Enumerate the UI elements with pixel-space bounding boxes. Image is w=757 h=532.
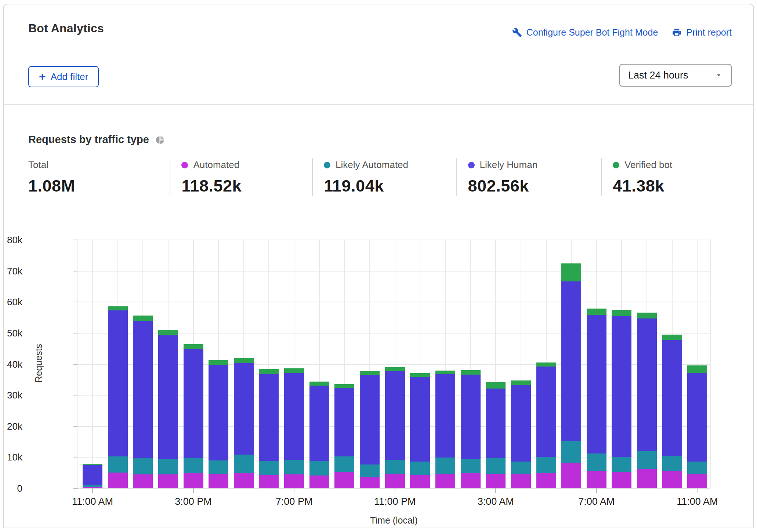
bar-segment-likely-automated [259, 461, 279, 475]
bar-segment-verified-bot [158, 330, 178, 335]
bar-segment-automated [334, 472, 354, 488]
bar-segment-likely-automated [662, 456, 682, 471]
bar-segment-automated [234, 473, 254, 488]
x-axis-tick [495, 488, 496, 493]
bar-segment-likely-automated [234, 455, 254, 474]
header-link-configure-sbfm[interactable]: Configure Super Bot Fight Mode [512, 27, 658, 38]
plus-icon: + [39, 70, 46, 82]
bar-column[interactable] [662, 335, 682, 488]
bar-segment-likely-automated [486, 458, 506, 474]
legend-dot [181, 162, 188, 168]
stat-likely-human: Likely Human802.56k [456, 158, 601, 196]
bar-segment-likely-automated [587, 453, 606, 471]
bar-column[interactable] [587, 309, 606, 488]
bar-segment-likely-automated [435, 458, 455, 474]
bar-segment-likely-human [662, 340, 682, 456]
traffic-type-stats: Total1.08MAutomated118.52kLikely Automat… [28, 158, 732, 196]
card-header: Bot Analytics Configure Super Bot Fight … [4, 4, 753, 105]
bar-segment-likely-automated [410, 462, 430, 475]
bar-segment-automated [184, 473, 203, 488]
bar-segment-automated [385, 474, 405, 488]
bar-segment-likely-automated [108, 456, 128, 473]
bar-column[interactable] [259, 369, 279, 488]
bar-segment-automated [587, 471, 606, 488]
y-axis-tick-label: 60k [0, 296, 22, 308]
bar-segment-automated [209, 474, 228, 488]
bar-segment-likely-automated [612, 457, 631, 472]
bar-column[interactable] [536, 362, 556, 488]
bar-column[interactable] [435, 371, 455, 488]
bar-column[interactable] [612, 310, 631, 488]
bar-segment-likely-human [234, 363, 254, 455]
bar-segment-likely-automated [511, 462, 531, 474]
bar-column[interactable] [209, 360, 228, 489]
bar-column[interactable] [83, 464, 102, 488]
add-filter-label: Add filter [51, 71, 88, 83]
bar-column[interactable] [385, 367, 405, 488]
add-filter-button[interactable]: + Add filter [28, 66, 99, 87]
bar-column[interactable] [234, 358, 254, 488]
bar-segment-verified-bot [108, 306, 128, 310]
printer-icon [672, 28, 682, 37]
bar-segment-likely-automated [158, 459, 178, 474]
x-axis-tick-label: 3:00 AM [455, 496, 536, 507]
bar-column[interactable] [511, 380, 531, 488]
bar-segment-likely-human [209, 365, 228, 460]
bar-column[interactable] [108, 306, 128, 488]
chevron-down-icon [715, 71, 723, 79]
bar-segment-likely-human [410, 377, 430, 462]
bar-segment-verified-bot [284, 368, 304, 374]
bar-column[interactable] [360, 371, 380, 488]
bar-column[interactable] [410, 373, 430, 488]
bar-segment-likely-human [83, 465, 102, 485]
bar-segment-likely-human [284, 373, 304, 460]
x-axis-tick [395, 488, 395, 493]
bar-segment-verified-bot [334, 384, 354, 388]
bar-column[interactable] [687, 365, 707, 488]
bar-segment-likely-human [309, 386, 329, 461]
header-links: Configure Super Bot Fight ModePrint repo… [512, 27, 732, 38]
stat-label-row: Automated [181, 159, 312, 171]
x-axis-title: Time (local) [354, 515, 434, 526]
x-axis-tick-label: 7:00 PM [254, 496, 334, 507]
stat-value: 802.56k [468, 176, 601, 196]
stat-label: Total [28, 159, 48, 171]
bar-segment-verified-bot [133, 316, 153, 321]
bar-column[interactable] [486, 382, 506, 488]
bar-segment-likely-automated [561, 441, 581, 462]
bar-segment-automated [284, 474, 304, 488]
stat-label-row: Likely Human [468, 159, 601, 171]
pie-chart-icon [155, 135, 165, 145]
bar-column[interactable] [637, 313, 657, 488]
bar-segment-verified-bot [184, 344, 203, 349]
stat-value: 1.08M [28, 176, 170, 196]
bar-segment-likely-human [259, 374, 279, 460]
bar-column[interactable] [133, 316, 153, 488]
bar-column[interactable] [158, 330, 178, 488]
bar-column[interactable] [284, 368, 304, 488]
x-axis-tick [596, 488, 597, 493]
bar-segment-verified-bot [587, 309, 606, 315]
bar-segment-automated [637, 469, 657, 488]
grid-line-v [92, 240, 93, 488]
time-range-select[interactable]: Last 24 hours [619, 64, 732, 87]
y-axis-tick-label: 40k [0, 359, 22, 370]
bar-column[interactable] [461, 370, 481, 488]
header-link-print-report[interactable]: Print report [672, 27, 732, 38]
bar-segment-likely-automated [184, 458, 203, 473]
bar-segment-verified-bot [234, 358, 254, 363]
bar-segment-verified-bot [536, 362, 556, 367]
bar-column[interactable] [334, 384, 354, 488]
bar-segment-verified-bot [662, 335, 682, 340]
legend-dot [468, 162, 475, 168]
bar-segment-likely-automated [385, 460, 405, 474]
bar-segment-verified-bot [360, 371, 380, 375]
bar-column[interactable] [561, 263, 581, 488]
legend-dot [613, 162, 619, 168]
requests-chart: 80k70k60k50k40k30k20k10k0 [78, 240, 710, 488]
stat-value: 41.38k [613, 176, 732, 196]
bar-segment-verified-bot [461, 370, 481, 375]
bar-column[interactable] [184, 344, 203, 488]
bar-column[interactable] [309, 382, 329, 488]
bar-segment-automated [687, 474, 707, 488]
